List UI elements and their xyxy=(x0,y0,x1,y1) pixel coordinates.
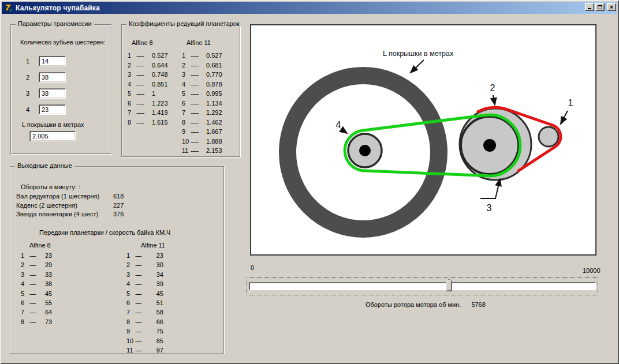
speed-separator: ---- xyxy=(135,270,151,279)
gear-row: 3 xyxy=(26,88,66,99)
coeff-value: 1.223 xyxy=(152,99,168,108)
motor-rpm-readout: Обороты ротора мотора об мин. 5768 xyxy=(366,301,486,308)
app-icon: 7 xyxy=(4,3,13,13)
speed-gear-number: 8 xyxy=(126,317,135,327)
rpm-header: Обороты в минуту: : xyxy=(21,183,80,190)
tire-arrow xyxy=(411,60,424,73)
speed-value: 64 xyxy=(45,307,52,317)
speed-value: 30 xyxy=(151,260,163,269)
speed-gear-number: 3 xyxy=(126,270,135,279)
coeff-separator: ----- xyxy=(136,89,152,99)
speed-separator: ---- xyxy=(135,317,151,327)
coeff-gear-number: 11 xyxy=(182,146,191,156)
gear-teeth-input[interactable] xyxy=(39,56,66,66)
title-bar[interactable]: 7 Калькулятор чупабайка × xyxy=(2,2,617,14)
coeff-separator: ----- xyxy=(191,118,206,127)
speed-separator: ---- xyxy=(135,298,151,307)
speed-separator: ---- xyxy=(29,251,45,260)
speed-row: 8 ---- 73 xyxy=(21,317,52,327)
coeff-value: 0.878 xyxy=(206,80,222,89)
gear-teeth-input[interactable] xyxy=(39,72,66,82)
label-3-arrow xyxy=(480,179,500,198)
speed-value: 75 xyxy=(151,327,163,336)
speed-separator: ---- xyxy=(135,289,151,298)
output-panel: Выходные данные Обороты в минуту: : Вал … xyxy=(10,166,224,354)
minimize-icon xyxy=(588,8,591,9)
drivetrain-diagram: L покрышки в метрах 2 1 4 3 xyxy=(250,24,596,256)
coeff-gear-number: 7 xyxy=(128,108,136,118)
speed-value: 73 xyxy=(45,317,52,327)
speed-value: 23 xyxy=(45,251,52,260)
coeff-row: 5 ----- 1 xyxy=(128,89,168,99)
rpm-row-label: Вал редуктора (1 шестерня) xyxy=(16,192,113,201)
rpm-list: Вал редуктора (1 шестерня) 618 Каденс (2… xyxy=(16,192,124,219)
tire-length-input[interactable] xyxy=(29,131,76,141)
label-2: 2 xyxy=(490,83,495,93)
rpm-row-label: Звезда планетарки (4 шест) xyxy=(16,210,113,219)
slider-thumb[interactable] xyxy=(446,279,452,291)
speed-gear-number: 5 xyxy=(21,289,29,298)
trackbar-channel[interactable] xyxy=(249,282,596,290)
speeds-alfine8-list: 1 ---- 23 2 ---- 29 3 ---- 33 4 xyxy=(21,251,52,327)
coeff-row: 8 ----- 1.615 xyxy=(128,118,168,127)
pulley-1-small xyxy=(539,127,558,147)
coeff-row: 2 ----- 0.644 xyxy=(128,61,168,70)
speeds-alfine8-header: Alfine 8 xyxy=(29,242,51,249)
coeff-gear-number: 3 xyxy=(128,70,136,80)
rpm-row: Вал редуктора (1 шестерня) 618 xyxy=(16,192,124,201)
speed-separator: ---- xyxy=(29,289,45,298)
gear-teeth-input[interactable] xyxy=(39,104,66,115)
speed-gear-number: 6 xyxy=(21,298,29,307)
transmission-panel: Параметры трансмиссии Количесво зубьев ш… xyxy=(10,24,111,154)
coeff-separator: ----- xyxy=(136,99,152,108)
rpm-row-value: 618 xyxy=(113,192,124,201)
speed-row: 9 ---- 75 xyxy=(126,327,163,336)
speed-value: 55 xyxy=(45,298,52,307)
minimize-button[interactable] xyxy=(585,3,594,11)
coeff-separator: ----- xyxy=(191,61,206,70)
speed-gear-number: 5 xyxy=(126,289,135,298)
coeff-value: 1.292 xyxy=(206,108,222,118)
coeff-gear-number: 4 xyxy=(128,80,136,89)
speed-gear-number: 1 xyxy=(126,251,135,260)
coeff-gear-number: 6 xyxy=(182,99,191,108)
coeff-separator: ----- xyxy=(136,108,152,118)
speed-separator: ---- xyxy=(29,270,45,279)
coeff-value: 1 xyxy=(152,89,155,99)
speed-row: 8 ---- 66 xyxy=(126,317,163,327)
speed-row: 5 ---- 45 xyxy=(126,289,163,298)
motor-rpm-trackbar[interactable] xyxy=(247,277,598,295)
pulley-4-axle-dot xyxy=(359,145,371,156)
speed-row: 11 ---- 97 xyxy=(126,346,163,355)
coeff-value: 1.615 xyxy=(152,118,168,127)
gear-teeth-input[interactable] xyxy=(39,88,66,99)
coeff-gear-number: 5 xyxy=(128,89,136,99)
label-1: 1 xyxy=(568,98,573,108)
speed-gear-number: 6 xyxy=(126,298,135,307)
maximize-button[interactable] xyxy=(595,3,605,11)
coeff-row: 3 ----- 0.748 xyxy=(128,70,168,80)
coeff-gear-number: 3 xyxy=(182,70,191,80)
speeds-header: Передачи планетарки / скорость байка КМ.… xyxy=(39,229,170,236)
speed-value: 97 xyxy=(151,346,163,355)
coeff-gear-number: 8 xyxy=(128,118,136,127)
coeff-separator: ----- xyxy=(136,70,152,80)
speed-value: 85 xyxy=(151,336,163,346)
speed-gear-number: 7 xyxy=(126,307,135,317)
coeff-separator: ----- xyxy=(191,80,206,89)
motor-rpm-value: 5768 xyxy=(471,301,485,308)
speeds-alfine11-list: 1 ---- 23 2 ---- 30 3 ---- 34 4 xyxy=(126,251,163,355)
close-button[interactable]: × xyxy=(607,3,616,11)
rpm-row-value: 376 xyxy=(113,210,124,219)
gear-number-label: 1 xyxy=(26,58,32,65)
coeff-value: 0.644 xyxy=(152,61,168,70)
teeth-count-label: Количесво зубьев шестерен: xyxy=(20,39,106,46)
coeff-gear-number: 4 xyxy=(182,80,191,89)
coeff-row: 3 ----- 0.770 xyxy=(182,70,222,80)
rpm-row: Каденс (2 шестерня) 227 xyxy=(16,201,124,211)
coeff-gear-number: 5 xyxy=(182,89,191,99)
speed-value: 39 xyxy=(151,279,163,288)
speed-separator: ---- xyxy=(135,279,151,288)
coeff-gear-number: 2 xyxy=(128,61,136,70)
speed-separator: ---- xyxy=(29,298,45,307)
